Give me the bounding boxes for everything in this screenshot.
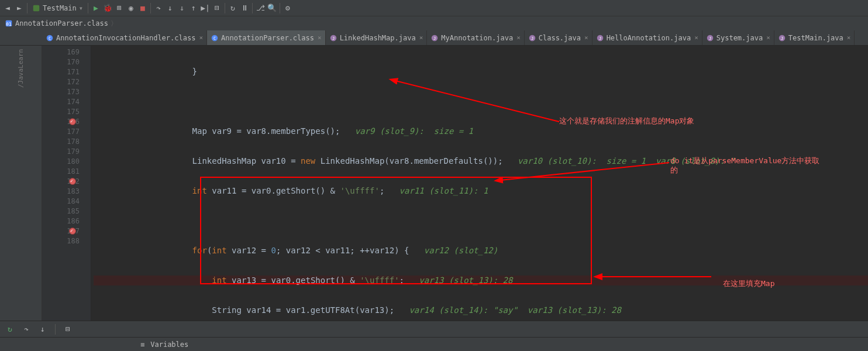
editor-tab[interactable]: CAnnotationInvocationHandler.class× [42, 30, 207, 46]
gutter-line[interactable]: 171 [42, 67, 83, 77]
variables-tab-label[interactable]: Variables [150, 340, 188, 349]
pause-icon[interactable]: ⏸ [239, 3, 250, 13]
tab-label: AnnotationInvocationHandler.class [56, 34, 195, 42]
step-into-icon-2[interactable]: ↓ [37, 324, 48, 335]
forward-icon[interactable]: ► [14, 3, 25, 13]
git-icon[interactable]: ⎇ [255, 3, 266, 13]
gutter-line[interactable]: 186 [42, 216, 83, 226]
tab-label: MyAnnotation.java [441, 34, 513, 42]
run-icon[interactable]: ▶ [91, 3, 101, 13]
project-label: /JavaLearn [17, 46, 25, 88]
tab-label: LinkedHashMap.java [340, 34, 416, 42]
checkmark-icon: ✓ [70, 119, 73, 124]
gutter-line[interactable]: 184 [42, 196, 83, 206]
gutter-line[interactable]: 172 [42, 77, 83, 87]
variables-tab-icon[interactable]: ≡ [140, 340, 144, 349]
evaluate-icon[interactable]: ⊟ [212, 3, 222, 13]
step-out-icon[interactable]: ↑ [188, 3, 199, 13]
gutter-line[interactable]: 174 [42, 97, 83, 106]
svg-text:J: J [709, 36, 711, 40]
svg-text:C: C [49, 36, 51, 40]
gutter-line[interactable]: 188 [42, 236, 83, 246]
gutter-line[interactable]: 169 [42, 47, 83, 57]
calculator-icon[interactable]: ⊟ [63, 324, 73, 335]
restart-icon[interactable]: ↻ [5, 324, 15, 335]
close-icon[interactable]: × [847, 34, 851, 42]
coverage-icon[interactable]: ⊞ [114, 3, 125, 13]
debug-toolbar: ↻ ↷ ↓ ⊟ [0, 321, 868, 337]
gutter-line[interactable]: 176✓ [42, 116, 83, 126]
force-step-icon[interactable]: ⇓ [177, 3, 187, 13]
svg-text:J: J [599, 36, 601, 40]
close-icon[interactable]: × [199, 34, 203, 42]
svg-text:J: J [433, 36, 436, 40]
annotation-text-2b: 的 [670, 165, 678, 175]
debug-icon[interactable]: 🐞 [102, 3, 113, 13]
variables-panel: ≡ Variables [0, 337, 868, 351]
close-icon[interactable]: × [419, 34, 423, 42]
back-icon[interactable]: ◄ [2, 3, 13, 13]
gutter-line[interactable]: 170 [42, 57, 83, 67]
close-icon[interactable]: × [766, 34, 770, 42]
gutter-line[interactable]: 173 [42, 87, 83, 97]
editor-area: /JavaLearn 169170171172173174175176✓1771… [0, 46, 868, 321]
checkmark-icon: ✓ [70, 228, 73, 233]
stop-icon[interactable]: ■ [137, 3, 148, 13]
editor-tab[interactable]: JMyAnnotation.java× [427, 30, 524, 46]
gutter[interactable]: 169170171172173174175176✓177178179180181… [42, 46, 83, 321]
close-icon[interactable]: × [694, 34, 698, 42]
tab-label: AnnotationParser.class [221, 34, 314, 42]
resume-icon[interactable]: ↻ [228, 3, 238, 13]
project-tool-strip[interactable]: /JavaLearn [0, 46, 42, 321]
step-into-icon[interactable]: ↓ [165, 3, 175, 13]
editor-tab[interactable]: JTestMain.java× [774, 30, 855, 46]
annotation-text-3: 在这里填充Map [723, 278, 774, 288]
svg-text:J: J [332, 36, 335, 40]
gutter-line[interactable]: 185 [42, 206, 83, 216]
gutter-line[interactable]: 177 [42, 126, 83, 136]
step-over-icon-2[interactable]: ↷ [21, 324, 32, 335]
close-icon[interactable]: × [516, 34, 521, 42]
svg-text:J: J [781, 36, 783, 40]
annotation-text-2: do it是从parseMemberValue方法中获取 [670, 156, 819, 166]
gutter-line[interactable]: 179 [42, 146, 83, 156]
annotation-text-1: 这个就是存储我们的注解信息的Map对象 [559, 116, 694, 126]
run-to-cursor-icon[interactable]: ▶| [200, 3, 211, 13]
svg-rect-0 [33, 5, 40, 11]
editor-tab[interactable]: JHelloAnnotation.java× [593, 30, 702, 46]
run-config-label: TestMain [43, 4, 77, 12]
profile-icon[interactable]: ◉ [126, 3, 136, 13]
gutter-line[interactable]: 182✓ [42, 176, 83, 186]
code-editor[interactable]: } Map var9 = var8.memberTypes(); var9 (s… [91, 46, 868, 321]
gutter-line[interactable]: 178 [42, 136, 83, 146]
editor-tab[interactable]: CAnnotationParser.class× [207, 30, 326, 46]
tab-label: Class.java [539, 34, 581, 42]
svg-text:01: 01 [6, 22, 12, 27]
gutter-line[interactable]: 183 [42, 186, 83, 196]
fold-column[interactable] [83, 46, 91, 321]
svg-text:J: J [531, 36, 533, 40]
checkmark-icon: ✓ [70, 178, 73, 184]
gutter-line[interactable]: 181 [42, 166, 83, 176]
gutter-line[interactable]: 175 [42, 106, 83, 116]
editor-tabs: CAnnotationInvocationHandler.class×CAnno… [0, 30, 868, 46]
nav-file-label[interactable]: AnnotationParser.class [15, 19, 108, 27]
tab-label: HelloAnnotation.java [607, 34, 691, 42]
gutter-line[interactable]: 180 [42, 156, 83, 166]
tab-label: System.java [717, 34, 763, 42]
tab-label: TestMain.java [788, 34, 843, 42]
settings-icon[interactable]: ⚙ [283, 3, 293, 13]
editor-tab[interactable]: JLinkedHashMap.java× [326, 30, 428, 46]
svg-text:C: C [213, 36, 216, 40]
nav-breadcrumb: 01 AnnotationParser.class 〉 [0, 16, 868, 30]
editor-tab[interactable]: JSystem.java× [702, 30, 774, 46]
search-icon[interactable]: 🔍 [267, 3, 277, 13]
run-config-selector[interactable]: TestMain ▾ [30, 4, 85, 12]
close-icon[interactable]: × [318, 34, 322, 42]
main-toolbar: ◄ ► TestMain ▾ ▶ 🐞 ⊞ ◉ ■ ↷ ↓ ⇓ ↑ ▶| ⊟ ↻ … [0, 0, 868, 16]
step-over-icon[interactable]: ↷ [153, 3, 164, 13]
editor-tab[interactable]: JClass.java× [525, 30, 593, 46]
gutter-line[interactable]: 187✓ [42, 226, 83, 236]
close-icon[interactable]: × [584, 34, 588, 42]
